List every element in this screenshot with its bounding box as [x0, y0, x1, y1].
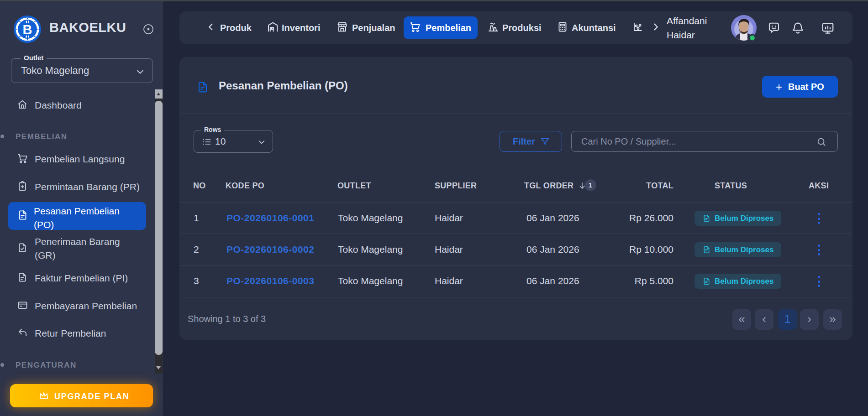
svg-text:B: B — [23, 22, 32, 37]
